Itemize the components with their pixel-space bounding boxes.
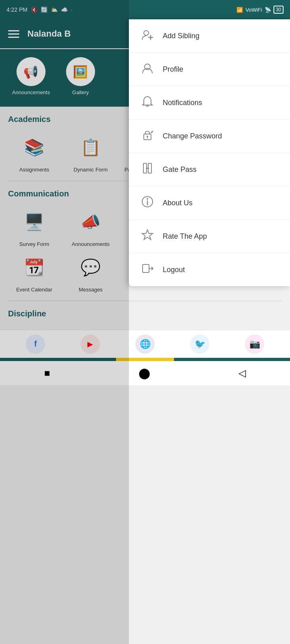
logout-icon xyxy=(140,262,155,277)
website-icon[interactable]: 🌐 xyxy=(135,334,155,354)
svg-point-13 xyxy=(147,167,149,169)
rate-app-icon xyxy=(140,229,155,244)
color-bar-teal-right xyxy=(174,358,290,361)
menu-gate-pass[interactable]: Gate Pass xyxy=(129,153,290,186)
notifications-label: Notifications xyxy=(163,99,202,107)
menu-about-us[interactable]: About Us xyxy=(129,186,290,220)
change-password-label: Change Password xyxy=(163,132,222,140)
change-password-icon xyxy=(140,128,155,144)
logout-label: Logout xyxy=(163,266,185,274)
svg-point-8 xyxy=(151,131,153,132)
back-nav-button[interactable]: ◁ xyxy=(238,367,246,379)
gate-pass-icon xyxy=(140,162,155,177)
notifications-icon xyxy=(140,95,155,110)
svg-marker-17 xyxy=(142,230,153,239)
profile-label: Profile xyxy=(163,65,183,74)
menu-logout[interactable]: Logout xyxy=(129,253,290,286)
dropdown-overlay-dim xyxy=(0,0,129,644)
svg-point-12 xyxy=(146,167,147,169)
twitter-icon[interactable]: 🐦 xyxy=(190,334,209,354)
rate-the-app-label: Rate The App xyxy=(163,232,207,241)
svg-point-16 xyxy=(147,198,148,200)
signal-icon: 📶 xyxy=(236,7,243,13)
menu-add-sibling[interactable]: Add Sibling xyxy=(129,19,290,53)
profile-icon xyxy=(140,62,155,77)
instagram-icon[interactable]: 📷 xyxy=(245,334,264,354)
about-us-icon xyxy=(140,195,155,211)
wifi-icon: 📡 xyxy=(265,7,271,13)
dropdown-menu: Add Sibling Profile Notifications xyxy=(129,19,290,286)
svg-rect-18 xyxy=(143,264,149,272)
battery-indicator: 30 xyxy=(273,6,284,14)
menu-change-password[interactable]: Change Password xyxy=(129,120,290,153)
add-sibling-label: Add Sibling xyxy=(163,32,199,40)
add-sibling-icon xyxy=(140,28,155,43)
menu-profile[interactable]: Profile xyxy=(129,53,290,86)
circle-nav-button[interactable]: ⬤ xyxy=(139,367,150,380)
menu-notifications[interactable]: Notifications xyxy=(129,86,290,120)
status-right: 📶 VoWiFi 📡 30 xyxy=(236,6,284,14)
menu-rate-the-app[interactable]: Rate The App xyxy=(129,220,290,253)
svg-point-5 xyxy=(147,136,148,137)
gate-pass-label: Gate Pass xyxy=(163,165,197,174)
about-us-label: About Us xyxy=(163,199,193,207)
svg-point-0 xyxy=(144,31,149,35)
vowifi-icon: VoWiFi xyxy=(245,7,262,13)
